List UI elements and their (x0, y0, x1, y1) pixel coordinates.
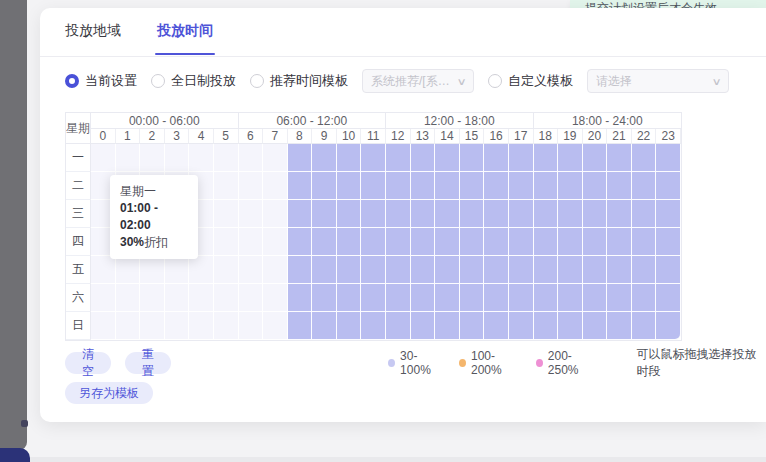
schedule-cell[interactable] (239, 172, 264, 200)
schedule-cell[interactable] (411, 256, 436, 284)
hour-header-23[interactable]: 23 (656, 129, 681, 144)
schedule-cell[interactable] (312, 312, 337, 340)
schedule-cell[interactable] (263, 172, 288, 200)
schedule-cell[interactable] (337, 200, 362, 228)
schedule-cell[interactable] (386, 312, 411, 340)
schedule-cell[interactable] (361, 144, 386, 172)
hour-header-8[interactable]: 8 (288, 129, 313, 144)
schedule-cell[interactable] (558, 256, 583, 284)
schedule-cell[interactable] (116, 144, 141, 172)
schedule-cell[interactable] (607, 200, 632, 228)
schedule-cell[interactable] (632, 256, 657, 284)
day-label-7[interactable]: 日 (66, 312, 91, 340)
schedule-cell[interactable] (411, 144, 436, 172)
hour-header-17[interactable]: 17 (509, 129, 534, 144)
schedule-cell[interactable] (288, 256, 313, 284)
schedule-cell[interactable] (361, 284, 386, 312)
schedule-cell[interactable] (214, 284, 239, 312)
hour-header-12[interactable]: 12 (386, 129, 411, 144)
schedule-cell[interactable] (558, 144, 583, 172)
schedule-cell[interactable] (583, 312, 608, 340)
schedule-cell[interactable] (534, 312, 559, 340)
schedule-cell[interactable] (411, 284, 436, 312)
radio-icon[interactable] (250, 74, 264, 88)
schedule-cell[interactable] (484, 172, 509, 200)
schedule-cell[interactable] (656, 172, 681, 200)
schedule-cell[interactable] (288, 284, 313, 312)
schedule-cell[interactable] (509, 172, 534, 200)
schedule-cell[interactable] (288, 144, 313, 172)
schedule-cell[interactable] (509, 312, 534, 340)
schedule-cell[interactable] (558, 172, 583, 200)
schedule-cell[interactable] (632, 172, 657, 200)
schedule-cell[interactable] (509, 144, 534, 172)
schedule-cell[interactable] (386, 200, 411, 228)
schedule-cell[interactable] (386, 284, 411, 312)
schedule-cell[interactable] (239, 256, 264, 284)
schedule-cell[interactable] (214, 172, 239, 200)
schedule-cell[interactable] (312, 172, 337, 200)
schedule-cell[interactable] (165, 256, 190, 284)
schedule-cell[interactable] (361, 172, 386, 200)
schedule-cell[interactable] (337, 256, 362, 284)
schedule-cell[interactable] (656, 200, 681, 228)
schedule-cell[interactable] (534, 200, 559, 228)
hour-header-22[interactable]: 22 (632, 129, 657, 144)
schedule-cell[interactable] (534, 144, 559, 172)
schedule-cell[interactable] (534, 284, 559, 312)
schedule-cell[interactable] (484, 312, 509, 340)
schedule-cell[interactable] (435, 228, 460, 256)
hour-header-18[interactable]: 18 (534, 129, 559, 144)
schedule-cell[interactable] (312, 144, 337, 172)
schedule-cell[interactable] (583, 228, 608, 256)
hour-header-0[interactable]: 0 (91, 129, 116, 144)
hour-header-10[interactable]: 10 (337, 129, 362, 144)
schedule-cell[interactable] (361, 312, 386, 340)
schedule-cell[interactable] (140, 256, 165, 284)
floating-button-fragment[interactable] (0, 448, 30, 462)
schedule-cell[interactable] (140, 284, 165, 312)
schedule-cell[interactable] (484, 284, 509, 312)
schedule-cell[interactable] (558, 200, 583, 228)
custom-template-select[interactable]: 请选择 ∨ (587, 69, 729, 93)
schedule-cell[interactable] (509, 256, 534, 284)
hour-header-6[interactable]: 6 (239, 129, 264, 144)
radio-current-settings[interactable]: 当前设置 (65, 72, 137, 90)
schedule-cell[interactable] (484, 200, 509, 228)
schedule-cell[interactable] (632, 200, 657, 228)
schedule-cell[interactable] (361, 256, 386, 284)
hour-header-15[interactable]: 15 (460, 129, 485, 144)
schedule-cell[interactable] (607, 284, 632, 312)
schedule-cell[interactable] (91, 284, 116, 312)
schedule-cell[interactable] (607, 172, 632, 200)
schedule-cell[interactable] (116, 284, 141, 312)
hour-header-3[interactable]: 3 (165, 129, 190, 144)
schedule-cell[interactable] (288, 228, 313, 256)
tab-delivery-region[interactable]: 投放地域 (65, 22, 121, 56)
schedule-cell[interactable] (583, 200, 608, 228)
schedule-cell[interactable] (656, 284, 681, 312)
schedule-cell[interactable] (214, 200, 239, 228)
schedule-cell[interactable] (239, 200, 264, 228)
schedule-cell[interactable] (607, 228, 632, 256)
schedule-cell[interactable] (189, 284, 214, 312)
schedule-cell[interactable] (656, 256, 681, 284)
schedule-cell[interactable] (386, 172, 411, 200)
schedule-cell[interactable] (411, 228, 436, 256)
schedule-cell[interactable] (263, 200, 288, 228)
schedule-cell[interactable] (361, 200, 386, 228)
schedule-cell[interactable] (534, 172, 559, 200)
hour-header-14[interactable]: 14 (435, 129, 460, 144)
schedule-cell[interactable] (632, 284, 657, 312)
clear-button[interactable]: 清空 (65, 352, 111, 374)
day-label-3[interactable]: 三 (66, 200, 91, 228)
schedule-cell[interactable] (288, 312, 313, 340)
schedule-cell[interactable] (337, 284, 362, 312)
schedule-cell[interactable] (116, 256, 141, 284)
schedule-cell[interactable] (214, 144, 239, 172)
schedule-cell[interactable] (263, 228, 288, 256)
radio-icon[interactable] (151, 74, 165, 88)
schedule-cell[interactable] (312, 256, 337, 284)
hour-header-21[interactable]: 21 (607, 129, 632, 144)
schedule-cell[interactable] (583, 284, 608, 312)
